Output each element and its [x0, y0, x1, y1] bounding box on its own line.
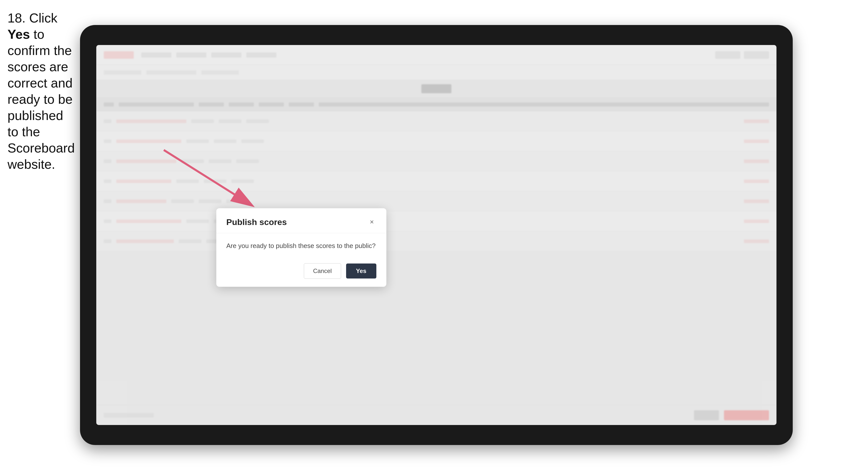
modal-body: Are you ready to publish these scores to… — [216, 233, 386, 258]
tablet-screen: Publish scores × Are you ready to publis… — [96, 45, 776, 425]
modal-close-button[interactable]: × — [367, 218, 376, 226]
cancel-button[interactable]: Cancel — [304, 263, 341, 279]
modal-overlay: Publish scores × Are you ready to publis… — [96, 45, 776, 425]
modal-header: Publish scores × — [216, 208, 386, 233]
tablet-frame: Publish scores × Are you ready to publis… — [80, 25, 793, 445]
modal-title: Publish scores — [226, 217, 287, 227]
step-number: 18. — [7, 11, 26, 25]
close-icon: × — [370, 218, 374, 226]
yes-button[interactable]: Yes — [346, 263, 376, 279]
instruction-text: 18. Click Yes to confirm the scores are … — [7, 10, 78, 173]
modal-message: Are you ready to publish these scores to… — [226, 241, 376, 250]
bold-yes: Yes — [7, 27, 30, 41]
publish-scores-dialog: Publish scores × Are you ready to publis… — [216, 208, 386, 287]
modal-footer: Cancel Yes — [216, 258, 386, 287]
